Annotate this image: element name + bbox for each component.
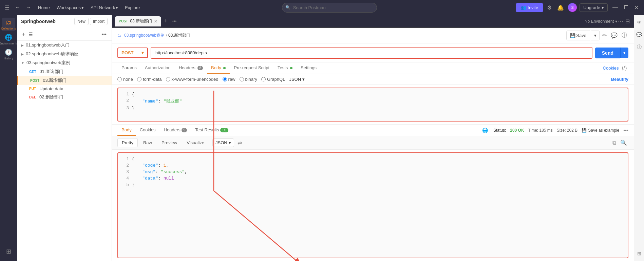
sidebar-toggle-button[interactable]: ⊟ <box>624 17 631 26</box>
copy-response-button[interactable]: ⧉ <box>611 138 618 147</box>
tree-item-update-data[interactable]: PUT Update data <box>17 85 112 93</box>
back-button[interactable]: ← <box>14 3 22 12</box>
tab-more-button[interactable]: ••• <box>170 18 179 24</box>
response-json-selector[interactable]: JSON ▾ <box>212 138 234 147</box>
minimize-button[interactable]: — <box>610 4 620 11</box>
environment-selector[interactable]: No Environment ▾ <box>585 19 617 24</box>
search-bar-container: 🔍 <box>145 3 513 13</box>
save-button[interactable]: 💾 Save <box>566 31 590 40</box>
filter-button[interactable]: ⇌ <box>235 138 244 147</box>
radio-binary[interactable]: binary <box>240 77 257 82</box>
json-type-selector[interactable]: JSON ▾ <box>289 77 305 82</box>
add-tab-button[interactable]: + <box>162 17 170 25</box>
response-more-button[interactable]: ••• <box>623 128 628 133</box>
search-input[interactable] <box>282 3 377 13</box>
folder-name: 02.springbootweb请求响应 <box>26 51 78 57</box>
sidebar-item-mock[interactable]: ⊞ <box>2 245 15 258</box>
radio-none[interactable]: none <box>117 77 133 82</box>
tab-settings[interactable]: Settings <box>297 62 321 74</box>
tests-dot <box>290 67 292 69</box>
cookies-link[interactable]: Cookies <box>603 66 619 71</box>
right-sidebar-icon-3[interactable]: ⓘ <box>635 42 644 52</box>
search-response-button[interactable]: 🔍 <box>619 138 628 147</box>
notifications-button[interactable]: 🔔 <box>556 3 565 12</box>
method-badge-post: POST <box>29 78 41 83</box>
edit-icon-button[interactable]: ✏ <box>601 31 608 40</box>
headers-count-badge: 5 <box>182 128 187 132</box>
tree-item-add-dept[interactable]: POST 03.新增部门 <box>17 76 112 85</box>
add-item-button[interactable]: + <box>21 30 26 38</box>
sidebar-item-collections[interactable]: 🗂 Collections <box>2 18 15 31</box>
more-options-button[interactable]: ••• <box>100 31 108 38</box>
avatar[interactable]: S <box>568 3 577 12</box>
sidebar-item-environments[interactable]: 🌐 Environments <box>2 33 15 46</box>
forward-button[interactable]: → <box>24 3 33 12</box>
request-area: 🗂 03.springbootweb案例 / 03.新增部门 💾 Save ▾ … <box>112 28 634 124</box>
right-sidebar-icon-4[interactable]: ⊞ <box>635 249 643 258</box>
resp-tab-body[interactable]: Body <box>117 125 136 136</box>
settings-button[interactable]: ⚙ <box>546 3 553 12</box>
upgrade-button[interactable]: Upgrade ▾ <box>580 3 608 12</box>
new-collection-button[interactable]: New <box>74 18 89 25</box>
folder-springbootweb-intro[interactable]: ▶ 01.springbootweb入门 <box>17 41 112 50</box>
radio-form-data[interactable]: form-data <box>137 77 162 82</box>
info-icon-button[interactable]: ⓘ <box>620 31 628 40</box>
radio-form-data-input[interactable] <box>137 77 141 81</box>
status-ok-badge: 200 OK <box>510 128 524 133</box>
tab-authorization[interactable]: Authorization <box>141 62 175 74</box>
right-sidebar-icon-2[interactable]: 💬 <box>634 30 644 39</box>
resp-body-tab-raw[interactable]: Raw <box>139 138 156 147</box>
resp-body-tab-preview[interactable]: Preview <box>157 138 181 147</box>
resp-body-tab-visualize[interactable]: Visualize <box>183 138 208 147</box>
right-sidebar-icon-1[interactable]: 👁 <box>635 18 644 27</box>
hamburger-menu-button[interactable]: ☰ <box>3 3 11 12</box>
home-link[interactable]: Home <box>35 4 53 12</box>
radio-binary-input[interactable] <box>240 77 244 81</box>
beautify-button[interactable]: Beautify <box>611 77 628 82</box>
method-selector[interactable]: POST ▾ <box>117 48 148 58</box>
tab-params[interactable]: Params <box>117 62 141 74</box>
send-dropdown-button[interactable]: ▾ <box>620 48 628 58</box>
tab-close-icon[interactable]: × <box>154 18 157 24</box>
code-view-button[interactable]: ⟨/⟩ <box>620 63 628 73</box>
radio-graphql-input[interactable] <box>261 77 266 81</box>
api-network-dropdown[interactable]: API Network ▾ <box>88 4 121 12</box>
radio-raw-input[interactable] <box>223 77 227 81</box>
radio-raw[interactable]: raw <box>223 77 235 82</box>
sidebar-item-history[interactable]: 🕐 History <box>2 48 15 61</box>
request-code-editor[interactable]: 1 { 2 "name": "就业部" 3 } <box>117 88 628 122</box>
tab-tests[interactable]: Tests <box>273 62 297 74</box>
resp-body-tab-pretty[interactable]: Pretty <box>117 138 138 147</box>
resp-tab-headers[interactable]: Headers 5 <box>160 125 191 136</box>
tab-body[interactable]: Body <box>207 62 230 74</box>
env-more-button[interactable]: ⋯ <box>618 18 623 24</box>
response-globe-icon[interactable]: 🌐 <box>481 126 489 134</box>
comment-icon-button[interactable]: 💬 <box>609 31 619 40</box>
import-button[interactable]: Import <box>90 18 108 25</box>
radio-urlencoded-input[interactable] <box>166 77 170 81</box>
invite-button[interactable]: 👥 Invite <box>516 3 543 12</box>
folder-springbootweb-request[interactable]: ▶ 02.springbootweb请求响应 <box>17 50 112 58</box>
save-as-example-button[interactable]: 💾 Save as example <box>582 128 619 133</box>
env-chevron-icon: ▾ <box>615 19 617 24</box>
url-input[interactable] <box>151 48 592 58</box>
maximize-button[interactable]: ⧠ <box>621 4 631 11</box>
tree-item-delete-dept[interactable]: DEL 02.删除部门 <box>17 93 112 101</box>
explore-link[interactable]: Explore <box>122 4 143 12</box>
tab-headers[interactable]: Headers 8 <box>175 62 207 74</box>
save-dropdown-button[interactable]: ▾ <box>591 31 600 40</box>
list-view-button[interactable]: ☰ <box>27 31 34 38</box>
tab-active[interactable]: POST 03.新增部门 × <box>115 16 161 26</box>
tree-item-query-dept[interactable]: GET 01.查询部门 <box>17 67 112 76</box>
radio-none-input[interactable] <box>117 77 122 81</box>
tab-pre-request[interactable]: Pre-request Script <box>230 62 273 74</box>
breadcrumb-workspace-link[interactable]: 03.springbootweb案例 <box>124 33 165 38</box>
radio-urlencoded[interactable]: x-www-form-urlencoded <box>166 77 219 82</box>
folder-springbootweb-case[interactable]: ▼ 03.springbootweb案例 <box>17 58 112 67</box>
close-button[interactable]: ✕ <box>632 4 641 12</box>
send-button[interactable]: Send <box>595 48 620 58</box>
workspaces-dropdown[interactable]: Workspaces ▾ <box>54 4 87 12</box>
resp-tab-test-results[interactable]: Test Results 1/1 <box>191 125 232 136</box>
resp-tab-cookies[interactable]: Cookies <box>136 125 160 136</box>
radio-graphql[interactable]: GraphQL <box>261 77 285 82</box>
